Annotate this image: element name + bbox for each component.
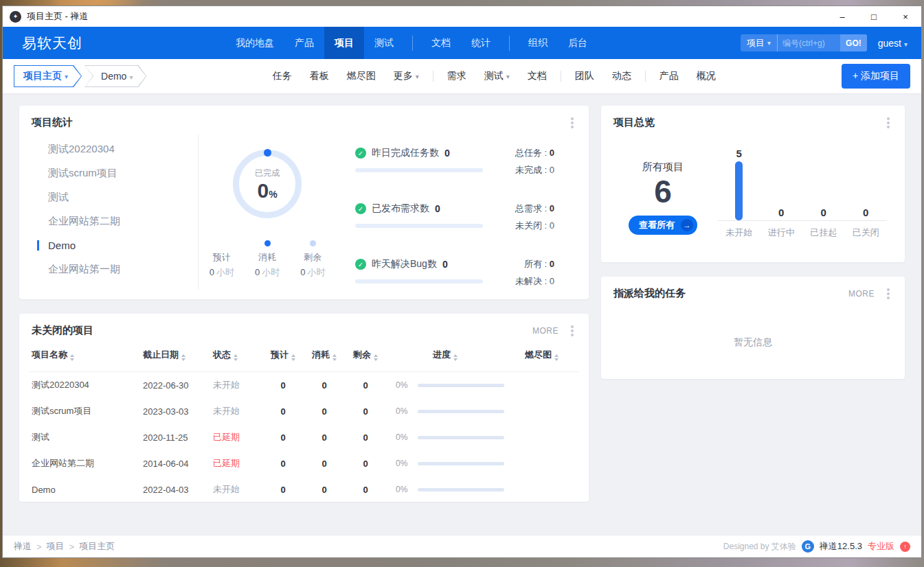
bar-category-label: 未开始	[718, 221, 760, 239]
cell-project-name[interactable]: 测试20220304	[29, 372, 143, 399]
project-tab[interactable]: 文档	[519, 70, 556, 82]
sort-icon[interactable]	[70, 352, 74, 363]
table-row[interactable]: 企业网站第二期 2014-06-04 已延期 0 0 0 0%	[29, 450, 579, 476]
project-tab[interactable]: 产品	[651, 70, 688, 82]
cell-burndown	[504, 450, 579, 476]
column-header[interactable]: 预计	[262, 343, 304, 372]
footer-crumb[interactable]: >	[36, 542, 42, 552]
project-tab[interactable]	[645, 71, 646, 82]
summary-progress-bar	[355, 224, 483, 228]
column-header[interactable]: 状态	[213, 343, 262, 372]
search-input[interactable]	[777, 34, 840, 51]
close-button[interactable]: ×	[890, 6, 921, 27]
column-header[interactable]: 截止日期	[143, 343, 213, 372]
brand-logo[interactable]: 易软天创	[22, 34, 82, 53]
footer-crumb[interactable]: >	[69, 542, 75, 552]
table-row[interactable]: Demo 2022-04-03 未开始 0 0 0 0%	[29, 476, 579, 502]
project-tab[interactable]: 动态	[603, 70, 640, 82]
project-list-item[interactable]: 企业网站第一期	[29, 257, 198, 281]
project-list-item[interactable]: Demo	[29, 233, 198, 257]
more-link[interactable]: MORE	[532, 326, 559, 336]
table-row[interactable]: 测试 2020-11-25 已延期 0 0 0 0%	[29, 424, 579, 450]
legend-label: 预计	[213, 251, 231, 264]
project-list-item[interactable]: 测试20220304	[29, 137, 198, 161]
cell-project-name[interactable]: 测试	[29, 424, 143, 450]
upgrade-icon[interactable]: ↑	[900, 542, 910, 552]
summary-row: ✓ 昨日完成任务数 0 总任务 : 0 未完成 : 0	[355, 147, 554, 181]
kebab-menu-icon[interactable]	[571, 329, 574, 332]
cell-estimate: 0	[262, 450, 304, 476]
user-menu[interactable]: guest	[878, 38, 908, 49]
crumb-project-home[interactable]: 项目主页	[14, 65, 82, 87]
cell-status: 未开始	[213, 398, 262, 424]
footer-crumb[interactable]: 项目	[47, 540, 65, 553]
column-header[interactable]: 剩余	[345, 343, 386, 372]
main-menu-item[interactable]: 文档	[421, 27, 461, 59]
column-header[interactable]: 项目名称	[29, 343, 143, 372]
search-go-button[interactable]: GO!	[840, 34, 867, 51]
cell-deadline: 2023-03-03	[143, 398, 213, 424]
version-link[interactable]: 禅道12.5.3	[820, 540, 862, 553]
sort-icon[interactable]	[181, 352, 185, 363]
main-menu-item[interactable]: 我的地盘	[225, 27, 284, 59]
sort-icon[interactable]	[291, 352, 295, 363]
kebab-menu-icon[interactable]	[887, 292, 890, 295]
crumb-current-project[interactable]: Demo	[84, 65, 146, 87]
main-menu-item[interactable]: 后台	[558, 27, 598, 59]
view-all-button[interactable]: 查看所有 →	[629, 216, 697, 235]
summary-value: 0	[442, 259, 448, 270]
project-tab[interactable]: 概况	[688, 70, 725, 82]
main-menu-item[interactable]: 产品	[284, 27, 324, 59]
project-tab[interactable]: 更多	[385, 70, 428, 82]
project-tab[interactable]: 看板	[301, 70, 338, 82]
project-tab[interactable]	[433, 71, 433, 82]
cell-deadline: 2014-06-04	[143, 450, 213, 476]
project-stats-header: 项目统计	[19, 106, 589, 135]
main-menu-item[interactable]	[509, 36, 510, 51]
summary-row: ✓ 已发布需求数 0 总需求 : 0 未关闭 : 0	[355, 202, 554, 237]
minimize-button[interactable]: –	[826, 6, 858, 27]
kebab-menu-icon[interactable]	[887, 121, 890, 124]
bar-value: 0	[778, 207, 784, 218]
add-project-button[interactable]: + 添加项目	[842, 64, 910, 89]
sort-icon[interactable]	[234, 352, 238, 363]
project-list-item[interactable]: 测试scrum项目	[29, 161, 198, 185]
project-tab[interactable]: 测试	[475, 70, 519, 82]
empty-message: 暂无信息	[601, 305, 905, 379]
project-tab[interactable]: 燃尽图	[338, 70, 385, 82]
project-list-item[interactable]: 企业网站第二期	[29, 209, 198, 233]
cell-project-name[interactable]: 企业网站第二期	[29, 450, 143, 476]
column-header[interactable]: 消耗	[304, 343, 345, 372]
main-menu-item[interactable]: 统计	[461, 27, 501, 59]
search-scope-dropdown[interactable]: 项目	[741, 34, 777, 51]
edition-link[interactable]: 专业版	[868, 540, 894, 553]
cell-project-name[interactable]: Demo	[29, 476, 143, 502]
more-link[interactable]: MORE	[848, 289, 875, 299]
footer-crumb[interactable]: 项目主页	[79, 540, 115, 553]
project-tab[interactable]: 任务	[264, 70, 301, 82]
column-header[interactable]: 进度	[386, 343, 504, 372]
cell-left: 0	[345, 450, 386, 476]
main-menu-item[interactable]	[412, 36, 413, 51]
project-tab[interactable]	[561, 71, 561, 82]
footer-crumb[interactable]: 禅道	[14, 540, 32, 553]
cell-left: 0	[345, 372, 386, 399]
main-menu-item[interactable]: 测试	[364, 27, 404, 59]
sort-icon[interactable]	[374, 352, 378, 363]
sort-icon[interactable]	[554, 352, 559, 363]
maximize-button[interactable]: □	[858, 6, 890, 27]
table-row[interactable]: 测试20220304 2022-06-30 未开始 0 0 0 0%	[29, 372, 579, 399]
cell-project-name[interactable]: 测试scrum项目	[29, 398, 143, 424]
column-header[interactable]: 燃尽图	[504, 343, 579, 372]
zentao-app-icon: ✦	[10, 11, 21, 23]
project-tab[interactable]: 团队	[566, 70, 603, 82]
sort-icon[interactable]	[333, 352, 337, 363]
project-tab[interactable]: 需求	[438, 70, 475, 82]
sort-icon[interactable]	[453, 352, 458, 363]
project-list-item[interactable]: 测试	[29, 185, 198, 209]
main-menu-item[interactable]: 项目	[324, 27, 364, 59]
kebab-menu-icon[interactable]	[571, 121, 574, 124]
cell-status: 已延期	[213, 450, 262, 476]
main-menu-item[interactable]: 组织	[518, 27, 558, 59]
table-row[interactable]: 测试scrum项目 2023-03-03 未开始 0 0 0 0%	[29, 398, 579, 424]
